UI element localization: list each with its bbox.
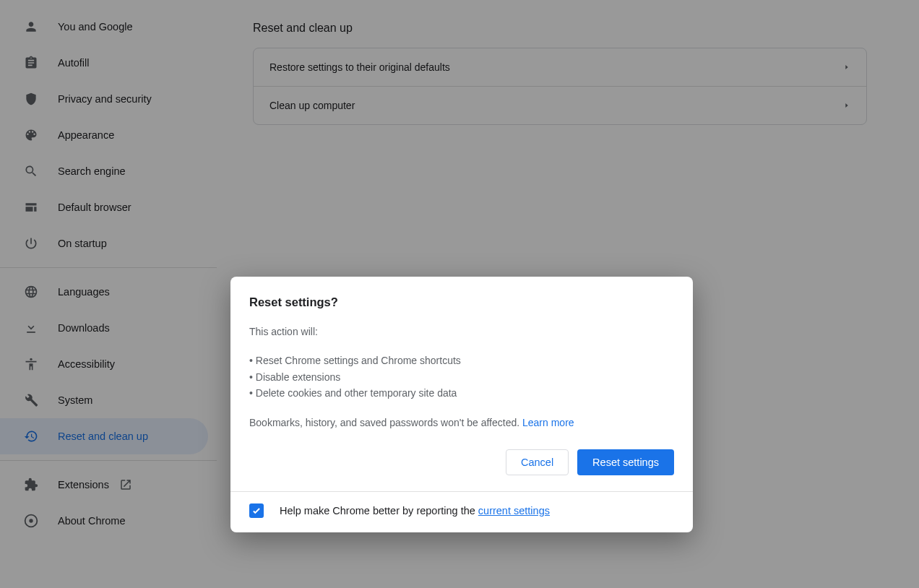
dialog-footer-text: Help make Chrome better by reporting the…	[280, 505, 550, 516]
reset-settings-dialog: Reset settings? This action will: Reset …	[230, 277, 693, 532]
dialog-bullet: Reset Chrome settings and Chrome shortcu…	[249, 353, 674, 368]
dialog-note: Bookmarks, history, and saved passwords …	[249, 415, 674, 431]
report-settings-checkbox[interactable]	[249, 503, 264, 518]
learn-more-link[interactable]: Learn more	[519, 417, 574, 428]
dialog-bullet: Disable extensions	[249, 369, 674, 385]
cancel-button[interactable]: Cancel	[506, 449, 569, 475]
reset-settings-button[interactable]: Reset settings	[577, 449, 674, 475]
dialog-intro: This action will:	[249, 324, 674, 340]
current-settings-link[interactable]: current settings	[478, 505, 550, 516]
dialog-title: Reset settings?	[249, 295, 674, 309]
dialog-text: This action will: Reset Chrome settings …	[249, 324, 674, 431]
dialog-bullet: Delete cookies and other temporary site …	[249, 385, 674, 401]
